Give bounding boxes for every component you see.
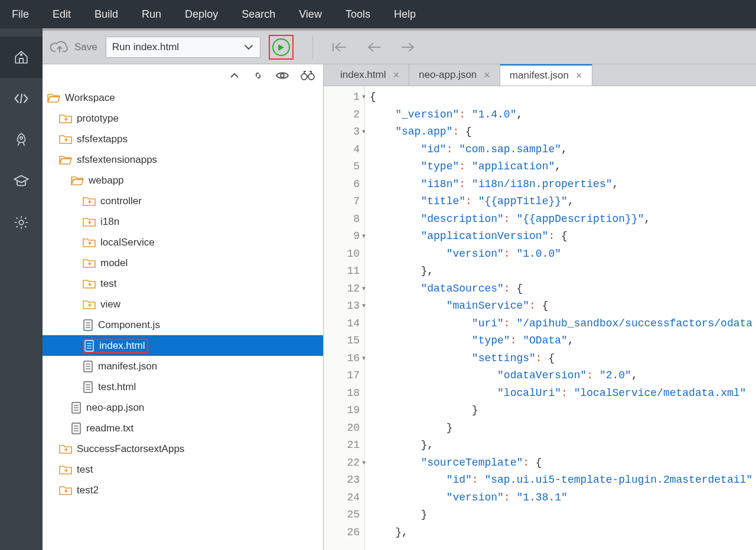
tree-item-view[interactable]: view	[43, 294, 323, 315]
menu-view[interactable]: View	[287, 8, 334, 21]
tab-label: index.html	[340, 69, 386, 81]
tree-item-component-js[interactable]: Component.js	[43, 315, 323, 335]
close-icon[interactable]: ×	[484, 69, 490, 81]
file-icon	[71, 402, 82, 414]
svg-point-4	[301, 74, 307, 80]
fold-icon[interactable]: ▼	[362, 280, 366, 298]
fold-icon[interactable]: ▼	[362, 454, 366, 472]
tree-label: i18n	[100, 216, 119, 228]
folder-open-icon	[71, 175, 84, 186]
tree-item-test2[interactable]: test2	[43, 480, 323, 500]
menu-build[interactable]: Build	[83, 8, 130, 21]
code-line: "mainService": {	[370, 297, 756, 315]
tree-label: localService	[100, 237, 155, 248]
gutter-line: 22▼	[324, 454, 364, 472]
svg-point-2	[19, 220, 24, 225]
tree-item-successfactorsextapps[interactable]: SuccessFactorsextApps	[43, 438, 323, 459]
svg-point-3	[281, 74, 284, 77]
code-content[interactable]: { "_version": "1.4.0", "sap.app": { "id"…	[365, 86, 756, 550]
tab-neo-app-json[interactable]: neo-app.json×	[409, 64, 500, 86]
nav-back-icon[interactable]	[366, 41, 382, 53]
fold-icon[interactable]: ▼	[362, 89, 366, 106]
gutter-line: 6	[324, 176, 364, 194]
tree-item-test[interactable]: test	[43, 273, 323, 294]
code-area: 1▼23▼456789▼101112▼13▼141516▼17181920212…	[324, 86, 756, 550]
menu-search[interactable]: Search	[230, 8, 287, 21]
tree-label: Component.js	[98, 319, 160, 331]
menu-tools[interactable]: Tools	[334, 8, 382, 21]
activity-gear[interactable]	[0, 202, 43, 243]
code-line: "type": "OData",	[370, 332, 756, 350]
code-line: "i18n": "i18n/i18n.properties",	[370, 176, 756, 194]
binoculars-icon[interactable]	[301, 70, 315, 81]
close-icon[interactable]: ×	[393, 69, 399, 81]
cloud-save-icon	[50, 40, 70, 55]
tree-item-webapp[interactable]: webapp	[43, 170, 323, 191]
tree-item-controller[interactable]: controller	[43, 191, 323, 211]
tree-label: controller	[100, 195, 142, 207]
tree-item-manifest-json[interactable]: manifest.json	[43, 356, 323, 377]
tree-item-test[interactable]: test	[43, 459, 323, 480]
tree-label: SuccessFactorsextApps	[77, 443, 184, 455]
code-line: }	[370, 420, 756, 437]
gutter-line: 24	[324, 489, 364, 507]
nav-arrows	[332, 41, 416, 53]
tree-item-localservice[interactable]: localService	[43, 232, 323, 253]
menu-edit[interactable]: Edit	[41, 8, 83, 21]
gutter-line: 20	[324, 420, 364, 437]
gutter-line: 8	[324, 211, 364, 228]
code-line: "version": "1.38.1"	[370, 489, 756, 507]
menu-file[interactable]: File	[5, 8, 41, 21]
gutter-line: 26	[324, 524, 364, 542]
activity-graduation[interactable]	[0, 161, 43, 202]
collapse-icon[interactable]	[229, 71, 240, 80]
tree-item-sfsfextensionapps[interactable]: sfsfextensionapps	[43, 149, 323, 170]
eye-icon[interactable]	[276, 71, 289, 80]
nav-forward-icon[interactable]	[400, 41, 416, 53]
code-line: },	[370, 437, 756, 454]
tab-manifest-json[interactable]: manifest.json×	[500, 64, 592, 86]
run-button[interactable]	[272, 38, 290, 56]
activity-home[interactable]	[0, 37, 43, 78]
nav-back-to-start-icon[interactable]	[332, 41, 347, 53]
tree-item-model[interactable]: model	[43, 253, 323, 273]
svg-point-1	[20, 137, 22, 139]
tree-item-workspace[interactable]: Workspace	[43, 87, 323, 108]
tree-label: webapp	[89, 175, 124, 186]
file-tree: Workspaceprototypesfsfextappssfsfextensi…	[43, 86, 323, 500]
folder-icon	[59, 485, 72, 496]
code-line: "odataVersion": "2.0",	[370, 367, 756, 385]
code-line: },	[370, 263, 756, 280]
close-icon[interactable]: ×	[576, 70, 582, 82]
menu-deploy[interactable]: Deploy	[173, 8, 230, 21]
toolbar: Save Run index.html	[43, 28, 756, 64]
tree-item-prototype[interactable]: prototype	[43, 108, 323, 129]
tree-item-sfsfextapps[interactable]: sfsfextapps	[43, 129, 323, 149]
tree-item-i18n[interactable]: i18n	[43, 211, 323, 232]
fold-icon[interactable]: ▼	[362, 228, 366, 245]
save-button[interactable]: Save	[50, 40, 97, 55]
gutter-line: 21	[324, 437, 364, 454]
tab-index-html[interactable]: index.html×	[331, 64, 409, 86]
link-icon[interactable]	[252, 70, 264, 81]
tree-item-index-html[interactable]: index.html	[43, 335, 323, 356]
code-line: {	[370, 89, 756, 106]
tree-item-readme-txt[interactable]: readme.txt	[43, 418, 323, 438]
fold-icon[interactable]: ▼	[362, 123, 366, 141]
fold-icon[interactable]: ▼	[362, 350, 366, 368]
folder-icon	[59, 464, 72, 475]
run-configuration-select[interactable]: Run index.html	[106, 37, 260, 58]
activity-code[interactable]	[0, 78, 43, 119]
tree-label: test	[77, 464, 93, 476]
gutter-line: 13▼	[324, 297, 364, 315]
menu-help[interactable]: Help	[382, 8, 428, 21]
tree-label: Workspace	[65, 92, 115, 104]
gutter-line: 15	[324, 332, 364, 350]
tree-item-test-html[interactable]: test.html	[43, 377, 323, 397]
code-line: },	[370, 524, 756, 542]
gutter-line: 1▼	[324, 89, 364, 106]
activity-rocket[interactable]	[0, 119, 43, 161]
tree-item-neo-app-json[interactable]: neo-app.json	[43, 397, 323, 418]
menu-run[interactable]: Run	[130, 8, 173, 21]
fold-icon[interactable]: ▼	[362, 297, 366, 315]
